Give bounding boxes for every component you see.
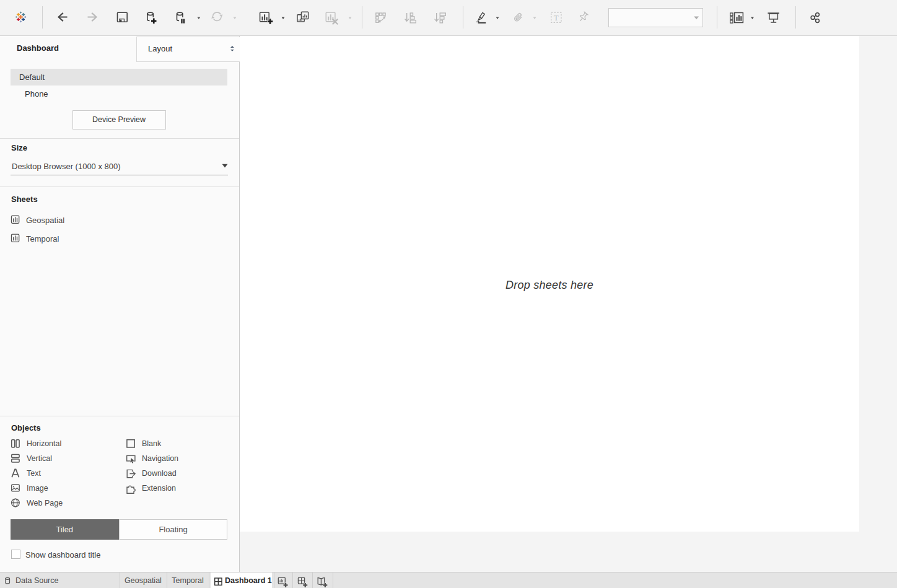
svg-text:T: T — [554, 14, 559, 22]
